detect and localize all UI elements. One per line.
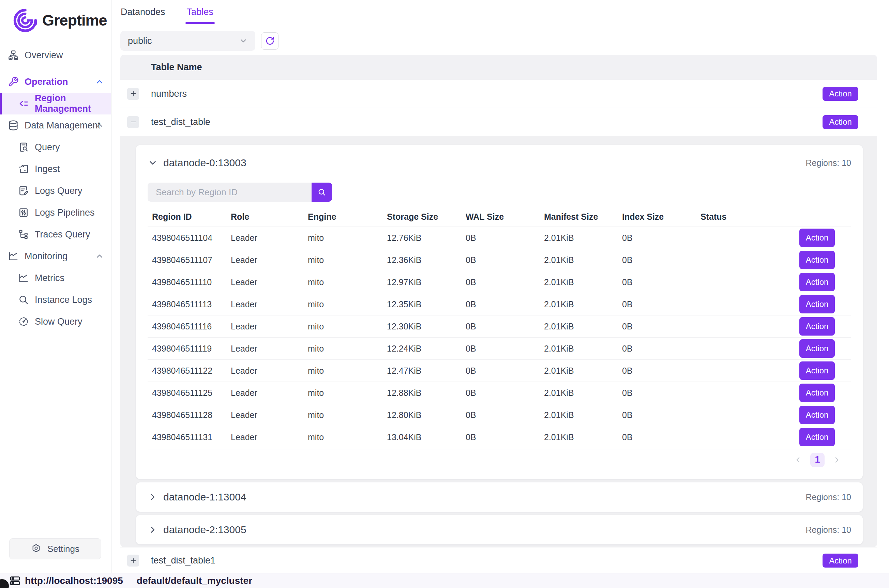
pagination-page-1[interactable]: 1 [810,453,824,467]
table-name[interactable]: numbers [151,88,187,99]
region-row: 4398046511116Leadermito12.30KiB0B2.01KiB… [147,315,851,338]
chevron-up-icon[interactable] [95,77,104,87]
region-action-button[interactable]: Action [799,273,835,291]
active-tab-underline [185,22,215,24]
region-action-button[interactable]: Action [799,362,835,380]
region-cell-region-id: 4398046511113 [152,300,231,309]
region-col-role: Role [231,212,308,222]
region-list-icon [18,98,29,110]
region-cell-index-size: 0B [622,388,700,398]
region-search-input[interactable] [147,183,312,202]
line-chart-icon [18,272,29,284]
schema-select-value: public [128,36,152,46]
region-cell-wal-size: 0B [466,322,544,332]
expand-plus-icon[interactable] [127,555,139,567]
region-cell-region-id: 4398046511116 [152,322,231,332]
pagination-next-icon[interactable] [832,456,841,464]
region-cell-manifest-size: 2.01KiB [544,432,622,442]
region-cell-region-id: 4398046511119 [152,344,231,354]
tab-datanodes[interactable]: Datanodes [121,0,165,24]
region-cell-role: Leader [231,255,308,265]
chevron-up-icon[interactable] [95,121,104,130]
region-table-body: 4398046511104Leadermito12.76KiB0B2.01KiB… [147,227,851,448]
region-cell-manifest-size: 2.01KiB [544,388,622,398]
region-cell-role: Leader [231,233,308,243]
sidebar-group-data-management[interactable]: Data Management [0,114,111,136]
sidebar-item-region-management[interactable]: Region Management [0,93,111,114]
region-action-button[interactable]: Action [799,339,835,358]
region-action-button[interactable]: Action [799,251,835,269]
datanode-toggle[interactable]: datanode-1:13004 [147,491,246,503]
region-action-button[interactable]: Action [799,317,835,336]
region-row: 4398046511113Leadermito12.35KiB0B2.01KiB… [147,293,851,315]
region-action-button[interactable]: Action [799,406,835,424]
table-name[interactable]: test_dist_table [151,117,210,128]
collapse-minus-icon[interactable] [127,116,139,128]
region-cell-manifest-size: 2.01KiB [544,233,622,243]
sidebar-item-logs-pipelines[interactable]: Logs Pipelines [0,202,111,224]
region-cell-action: Action [797,428,851,446]
datanode-toggle[interactable]: datanode-2:13005 [147,524,246,536]
chevron-down-icon [147,158,158,168]
magnifier-icon [18,294,29,306]
expanded-datanodes-zone: datanode-0:13003 Regions: 10 [120,136,877,547]
table-name[interactable]: test_dist_table1 [151,555,215,566]
table-action-button[interactable]: Action [823,554,858,567]
region-cell-action: Action [797,229,851,247]
cluster-name[interactable]: default/default_mycluster [137,575,252,586]
table-action-button[interactable]: Action [823,87,858,101]
region-action-button[interactable]: Action [799,428,835,446]
sidebar-item-label: Overview [24,50,63,61]
region-row: 4398046511119Leadermito12.24KiB0B2.01KiB… [147,338,851,360]
sidebar-item-logs-query[interactable]: Logs Query [0,180,111,202]
region-cell-index-size: 0B [622,255,700,265]
region-cell-index-size: 0B [622,233,700,243]
sidebar-item-query[interactable]: Query [0,136,111,158]
region-action-button[interactable]: Action [799,229,835,247]
sidebar: Greptime Overview [0,0,111,573]
sidebar-item-metrics[interactable]: Metrics [0,267,111,289]
sidebar-group-monitoring[interactable]: Monitoring [0,245,111,267]
tabbar: Datanodes Tables [111,0,889,24]
sidebar-item-instance-logs[interactable]: Instance Logs [0,289,111,311]
datanode-toggle[interactable]: datanode-0:13003 [147,157,246,169]
region-cell-wal-size: 0B [466,300,544,309]
region-cell-index-size: 0B [622,366,700,376]
table-action-button[interactable]: Action [823,115,858,129]
chevron-right-icon [147,492,158,502]
region-cell-index-size: 0B [622,322,700,332]
sidebar-item-ingest[interactable]: Ingest [0,158,111,180]
settings-button[interactable]: Settings [9,538,101,560]
sidebar-item-label: Query [35,142,60,153]
chevron-up-icon[interactable] [95,251,104,261]
region-col-status: Status [700,212,797,222]
region-cell-region-id: 4398046511107 [152,255,231,265]
search-button[interactable] [312,183,332,202]
region-cell-index-size: 0B [622,344,700,354]
region-row: 4398046511128Leadermito12.80KiB0B2.01KiB… [147,404,851,426]
schema-select[interactable]: public [120,31,255,51]
sidebar-item-label: Instance Logs [35,295,92,305]
sidebar-item-label: Metrics [35,273,65,284]
region-action-button[interactable]: Action [799,295,835,314]
sidebar-item-overview[interactable]: Overview [0,44,111,66]
speedometer-icon [18,316,29,327]
sidebar-group-operation[interactable]: Operation [0,71,111,93]
sidebar-item-traces-query[interactable]: Traces Query [0,224,111,245]
expand-plus-icon[interactable] [127,88,139,100]
datanode-card-0: datanode-0:13003 Regions: 10 [136,145,863,479]
region-cell-role: Leader [231,300,308,309]
sidebar-item-label: Traces Query [35,229,90,240]
server-url[interactable]: http://localhost:19095 [25,575,123,586]
pagination-prev-icon[interactable] [794,456,803,464]
sidebar-item-slow-query[interactable]: Slow Query [0,311,111,333]
region-cell-action: Action [797,384,851,402]
pagination: 1 [147,449,851,470]
region-action-button[interactable]: Action [799,384,835,402]
tab-tables[interactable]: Tables [187,0,213,24]
regions-count: Regions: 10 [806,492,851,502]
region-cell-wal-size: 0B [466,410,544,420]
region-cell-wal-size: 0B [466,277,544,287]
refresh-button[interactable] [261,32,278,50]
region-cell-storage-size: 12.36KiB [387,255,466,265]
